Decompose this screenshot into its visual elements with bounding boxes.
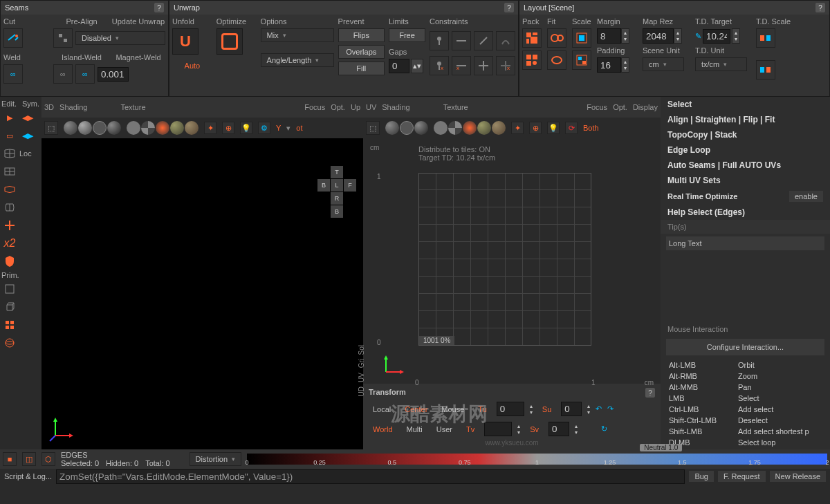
mesh-icon-1[interactable] — [1, 145, 18, 162]
uv-texture-tab[interactable]: Texture — [443, 103, 468, 111]
focus-target-icon[interactable]: ⊕ — [222, 122, 234, 134]
cut-tool-icon[interactable] — [3, 28, 23, 48]
tu-value[interactable] — [497, 402, 524, 416]
transform-help[interactable]: ? — [645, 388, 655, 398]
3d-tab[interactable]: 3D — [44, 103, 54, 111]
island-weld-icon[interactable]: ∞ — [53, 64, 73, 84]
tu-spinner[interactable]: ▴▾ — [530, 403, 533, 416]
uv-tab[interactable]: UV — [366, 103, 376, 111]
uv-focus-target[interactable]: ⊕ — [529, 122, 542, 134]
padding-spinner[interactable]: ▴▾ — [621, 57, 629, 73]
script-input[interactable] — [56, 469, 685, 484]
opt-gear-icon[interactable]: ⚙ — [258, 122, 270, 134]
fit-icon-1[interactable] — [547, 28, 566, 48]
constraint-h-icon[interactable] — [452, 31, 471, 50]
tdtarget-value[interactable] — [703, 29, 730, 44]
texture-tab[interactable]: Texture — [120, 103, 145, 111]
prim-cube-icon[interactable] — [1, 299, 18, 315]
vert-ud[interactable]: UD — [356, 385, 367, 398]
shading-sphere-1[interactable] — [64, 121, 77, 135]
uv-tex-5[interactable] — [492, 121, 506, 135]
rect-select-icon[interactable]: ▭ — [1, 127, 18, 144]
nav-back[interactable]: B — [317, 179, 330, 192]
uv-focus-tab[interactable]: Focus — [587, 103, 607, 111]
layout-help-icon[interactable]: ? — [815, 3, 825, 12]
tdscale-icon-1[interactable] — [756, 28, 775, 48]
sv-value[interactable] — [548, 422, 569, 436]
status-icon-2[interactable]: ◫ — [22, 452, 36, 466]
constraint-pin-x-icon[interactable]: x — [430, 56, 449, 75]
margin-spinner[interactable]: ▴▾ — [621, 28, 629, 44]
uv-refresh-icon[interactable]: ⟳ — [565, 122, 578, 134]
mesh-icon-2[interactable] — [1, 163, 18, 180]
seams-help-icon[interactable]: ? — [154, 3, 164, 12]
menu-align[interactable]: Align | Straighten | Flip | Fit — [661, 112, 830, 127]
update-unwrap-dropdown[interactable]: Disabled — [75, 31, 165, 45]
constraint-cross-x-icon[interactable]: x — [496, 56, 515, 75]
up-tab[interactable]: Up — [351, 103, 360, 111]
enable-button[interactable]: enable — [789, 191, 823, 202]
menu-edgeloop[interactable]: Edge Loop — [661, 142, 830, 158]
su-spinner[interactable]: ▴▾ — [587, 403, 590, 416]
uv-tex-2[interactable] — [448, 121, 462, 135]
uv-sphere-2[interactable] — [400, 121, 414, 135]
gaps-spinner[interactable]: ▴▾ — [411, 59, 423, 73]
constraint-curve-icon[interactable] — [496, 31, 515, 50]
pack-icon-2[interactable] — [522, 50, 542, 70]
tex-sphere-3[interactable] — [156, 121, 169, 135]
mesh-icon-3[interactable] — [1, 181, 18, 198]
bug-button[interactable]: Bug — [689, 471, 714, 482]
overlaps-button[interactable]: Overlaps — [338, 45, 385, 59]
tex-sphere-4[interactable] — [170, 121, 184, 135]
auto-label[interactable]: Auto — [172, 62, 212, 70]
constraint-cross-icon[interactable] — [474, 56, 493, 75]
menu-helpselect[interactable]: Help Select (Edges) — [661, 205, 830, 220]
tv-value[interactable] — [484, 422, 512, 436]
vert-uv[interactable]: UV — [356, 371, 367, 384]
menu-select[interactable]: Select — [661, 97, 830, 112]
uv-tex-3[interactable] — [463, 121, 477, 135]
both-label[interactable]: Both — [583, 124, 599, 132]
uv-shading-tab[interactable]: Shading — [382, 103, 409, 111]
tv-spinner[interactable]: ▴▾ — [517, 423, 520, 436]
frame-icon[interactable]: ⬚ — [44, 121, 58, 135]
gaps-value[interactable] — [389, 59, 409, 73]
nav-top[interactable]: T — [331, 166, 343, 178]
shading-tab[interactable]: Shading — [59, 103, 87, 111]
scale-icon-2[interactable] — [572, 50, 591, 70]
sceneunit-dropdown[interactable]: cm — [643, 57, 684, 71]
opt-bulb-icon[interactable]: 💡 — [240, 122, 252, 134]
weld-icon[interactable]: ∞ — [3, 64, 23, 84]
unwrap-help-icon[interactable]: ? — [504, 3, 514, 12]
prealign-icon[interactable] — [53, 28, 73, 48]
uv-opt-bulb[interactable]: 💡 — [547, 122, 560, 134]
uv-frame-icon[interactable]: ⬚ — [366, 121, 380, 135]
x2-icon[interactable]: x2 — [1, 235, 18, 252]
nav-left[interactable]: L — [331, 179, 343, 192]
prim-sphere-icon[interactable] — [1, 335, 18, 351]
uv-opt-tab[interactable]: Opt. — [613, 103, 627, 111]
constraint-pin-icon[interactable] — [430, 31, 449, 50]
vert-gri[interactable]: Gri — [356, 357, 367, 369]
nav-front[interactable]: F — [344, 179, 356, 192]
padding-value[interactable] — [597, 57, 621, 73]
frequest-button[interactable]: F. Request — [718, 471, 766, 482]
up-y-label[interactable]: Y — [276, 124, 281, 132]
distortion-dropdown[interactable]: Distortion — [190, 452, 241, 466]
sym-x-icon[interactable]: ◀▶ — [19, 109, 36, 126]
uv-display-tab[interactable]: Display — [633, 103, 658, 111]
pack-icon-1[interactable] — [522, 28, 542, 48]
newrelease-button[interactable]: New Release — [770, 471, 826, 482]
undo-icon[interactable]: ↶ — [596, 404, 602, 413]
fit-icon-2[interactable] — [547, 50, 566, 70]
mix-dropdown[interactable]: Mix — [261, 28, 334, 42]
su-value[interactable] — [561, 402, 582, 416]
opt-tab[interactable]: Opt. — [331, 103, 345, 111]
unfold-button[interactable]: U — [172, 28, 199, 55]
optimize-button[interactable] — [216, 28, 243, 55]
redo2-icon[interactable]: ↻ — [601, 424, 607, 433]
tdscale-icon-2[interactable] — [756, 60, 775, 80]
select-arrow-icon[interactable]: ▶ — [1, 109, 18, 126]
nav-right[interactable]: R — [331, 192, 343, 205]
menu-realtime[interactable]: Real Time Optimize — [667, 192, 737, 200]
